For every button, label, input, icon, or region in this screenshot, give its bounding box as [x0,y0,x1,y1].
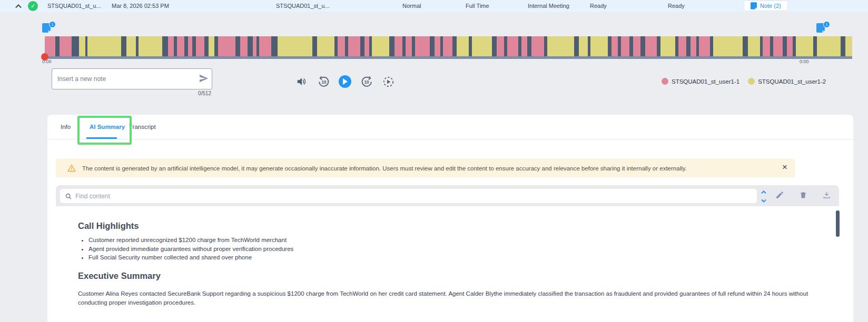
waveform-segment [415,36,430,56]
waveform-segment [188,36,193,56]
waveform-segment [435,36,440,56]
new-note-input[interactable] [52,75,196,83]
note-button-label: Note (2) [760,3,781,9]
waveform-segment [748,36,760,56]
waveform-segment [338,36,345,56]
waveform-segment [590,36,608,56]
waveform-segment [608,36,612,56]
tab-info[interactable]: Info [61,115,71,139]
waveform-segment [278,36,312,56]
waveform-segment [611,36,617,56]
waveform-segment [168,36,174,56]
timeline-note-marker-right[interactable]: 1 [816,23,830,37]
note-marker-badge: 1 [49,21,56,28]
forward-10-icon[interactable]: 10 [360,75,373,88]
legend-dot-user1 [662,78,668,85]
delete-trash-icon[interactable] [797,189,810,202]
ai-summary-content: Call Highlights Customer reported unreco… [47,206,853,322]
waveform-segment [845,36,852,56]
end-time-label: 0:00 [800,59,809,64]
playback-speed-icon[interactable] [381,75,395,88]
waveform-segment [248,36,253,56]
waveform-segment [372,36,389,56]
waveform-segment [55,36,60,56]
status-right-value: Ready [668,0,685,12]
waveform-segment [743,36,748,56]
playback-controls: 10 10 [295,75,395,88]
highlight-item: Agent provided immediate guarantees with… [88,246,293,252]
svg-text:10: 10 [364,80,369,85]
download-icon[interactable] [820,189,833,202]
scrollbar-thumb[interactable] [836,210,840,237]
waveform-segment [317,36,334,56]
waveform-segment [204,36,209,56]
note-count-button[interactable]: Note (2) [744,1,788,11]
waveform-segment [126,36,136,56]
waveform-segment [763,36,770,56]
legend-label-user1: STSQUAD01_st_user1-1 [672,78,739,85]
waveform-bar[interactable] [45,36,852,56]
waveform-segment [574,36,579,56]
waveform-segment [394,36,402,56]
legend-label-user2: STSQUAD01_st_user1-2 [758,78,826,85]
waveform-segment [796,36,813,56]
send-note-button[interactable] [196,73,212,85]
highlight-item: Full Social Security number collected an… [88,254,293,260]
waveform-segment [787,36,793,56]
evaluated-check-icon: ✓ [28,1,38,11]
waveform-segment [87,36,121,56]
executive-summary-heading: Executive Summary [78,271,161,281]
waveform-segment [531,36,544,56]
record-header-bar: ✓ STSQUAD01_st_u... Mar 8, 2026 02:53 PM… [0,0,868,12]
waveform-segment [678,36,686,56]
find-next-chevron-down-icon[interactable] [760,196,767,204]
waveform-segment [389,36,394,56]
waveform-segment [783,36,787,56]
waveform-segment [492,36,497,56]
record-datetime: Mar 8, 2026 02:53 PM [112,0,169,12]
speaker-legend: STSQUAD01_st_user1-1 STSQUAD01_st_user1-… [662,78,826,85]
call-highlights-list: Customer reported unrecognized $1200 cha… [78,237,293,263]
waveform-segment [79,36,86,56]
waveform-segment [235,36,240,56]
legend-item: STSQUAD01_st_user1-1 [662,78,739,85]
record-id: STSQUAD01_st_u... [47,0,101,12]
waveform-segment [162,36,167,56]
find-content-input[interactable] [72,193,757,200]
waveform-segment [364,36,369,56]
find-previous-chevron-up-icon[interactable] [760,187,767,195]
search-icon [65,193,72,200]
waveform-segment [686,36,691,56]
waveform-segment [817,36,841,56]
waveform-segment [621,36,630,56]
waveform-segment [841,36,845,56]
svg-text:10: 10 [321,80,327,85]
waveform-segment [457,36,469,56]
waveform-segment [406,36,411,56]
close-icon[interactable]: × [781,162,788,173]
waveform-segment [443,36,452,56]
waveform-segment [699,36,709,56]
tab-ai-summary[interactable]: AI Summary [90,115,125,139]
warning-icon [67,164,76,172]
waveform-segment [60,36,72,56]
waveform-segment [633,36,640,56]
rewind-10-icon[interactable]: 10 [317,75,330,88]
edit-pencil-icon[interactable] [773,189,786,202]
waveform-segment [271,36,277,56]
timeline-note-marker-left[interactable]: 1 [42,23,56,37]
waveform-segment [430,36,435,56]
executive-summary-paragraph: Customer Alina Reyes contacted SecureBan… [78,289,808,307]
volume-icon[interactable] [295,75,309,88]
waveform-segment [452,36,457,56]
waveform-segment [497,36,504,56]
waveform-segment [139,36,163,56]
collapse-chevron-icon[interactable] [12,2,20,11]
play-button[interactable] [338,75,352,88]
active-tab-underline [86,137,117,139]
waveform-segment [177,36,184,56]
waveform-segment [640,36,645,56]
waveform-segment [196,36,205,56]
tab-transcript[interactable]: Transcript [129,115,156,139]
waveform-segment [240,36,248,56]
